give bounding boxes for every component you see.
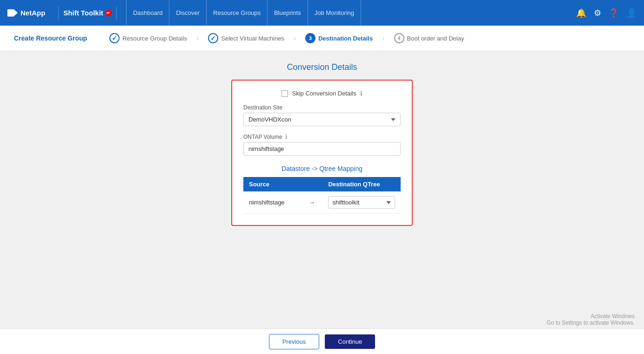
form-container: Skip Conversion Details ℹ Destination Si… — [231, 80, 413, 226]
step-sep-3: › — [382, 34, 384, 42]
bell-icon[interactable]: 🔔 — [576, 8, 586, 18]
step-circle-1: ✓ — [109, 33, 120, 43]
nav-links: Dashboard Discover Resource Groups Bluep… — [126, 0, 361, 26]
step-label-1: Resource Group Details — [122, 35, 187, 42]
skip-checkbox[interactable] — [282, 90, 288, 97]
step-label-3: Destination Details — [318, 35, 373, 42]
skip-row: Skip Conversion Details ℹ — [243, 90, 401, 97]
skip-label: Skip Conversion Details — [292, 90, 356, 97]
main-content: Conversion Details Skip Conversion Detai… — [0, 51, 644, 328]
ontap-volume-group: ONTAP Volume ℹ — [243, 134, 401, 156]
step-sep-1: › — [196, 34, 199, 42]
step-sep-2: › — [294, 34, 296, 42]
wizard-step-destination-details[interactable]: 3 Destination Details — [297, 33, 381, 43]
ontap-volume-label: ONTAP Volume ℹ — [243, 134, 401, 140]
section-title: Conversion Details — [287, 61, 357, 72]
wizard-step-resource-group-details[interactable]: ✓ Resource Group Details — [101, 33, 195, 43]
step-circle-4: 4 — [394, 33, 404, 43]
help-icon[interactable]: ❓ — [609, 8, 619, 18]
destination-site-label: Destination Site — [243, 104, 401, 111]
mapping-title: Datastore -> Qtree Mapping — [243, 165, 401, 172]
footer-bar: Previous Continue — [0, 328, 644, 354]
arrow-cell: → — [302, 191, 323, 214]
top-navigation: NetApp Shift Toolkit ✂ Dashboard Discove… — [0, 0, 644, 26]
wizard-create-label: Create Resource Group — [14, 34, 87, 42]
step-circle-3: 3 — [305, 33, 315, 43]
wizard-step-select-vms[interactable]: ✓ Select Virtual Machines — [200, 33, 293, 43]
netapp-logo: NetApp — [7, 9, 45, 17]
netapp-logo-icon — [7, 9, 18, 17]
previous-button[interactable]: Previous — [269, 334, 320, 349]
table-row: nimshiftstage → shifttoolkit — [243, 191, 401, 214]
destination-site-group: Destination Site DemoVHDXcon — [243, 104, 401, 126]
info-icon-skip[interactable]: ℹ — [360, 90, 362, 97]
shift-toolkit-badge: ✂ — [104, 9, 112, 16]
qtree-select[interactable]: shifttoolkit — [328, 196, 395, 209]
wizard-bar: Create Resource Group ✓ Resource Group D… — [0, 26, 644, 51]
continue-button[interactable]: Continue — [325, 334, 375, 349]
nav-divider-1 — [58, 7, 59, 20]
table-header-source: Source — [243, 177, 302, 191]
nav-divider-2 — [116, 7, 117, 20]
netapp-logo-text: NetApp — [20, 9, 45, 17]
shift-toolkit-text: Shift Toolkit — [63, 9, 103, 17]
nav-job-monitoring[interactable]: Job Monitoring — [308, 0, 361, 26]
nav-resource-groups[interactable]: Resource Groups — [207, 0, 268, 26]
wizard-steps: ✓ Resource Group Details › ✓ Select Virt… — [101, 33, 472, 43]
mapping-table: Source Destination QTree nimshiftstage → — [243, 177, 401, 214]
wizard-step-boot-order[interactable]: 4 Boot order and Delay — [386, 33, 473, 43]
step-circle-2: ✓ — [208, 33, 218, 43]
step-label-2: Select Virtual Machines — [221, 35, 284, 42]
nav-discover[interactable]: Discover — [169, 0, 207, 26]
ontap-volume-input[interactable] — [243, 142, 401, 156]
destination-site-select[interactable]: DemoVHDXcon — [243, 113, 401, 126]
user-icon[interactable]: 👤 — [626, 8, 637, 18]
nav-blueprints[interactable]: Blueprints — [268, 0, 308, 26]
step-label-4: Boot order and Delay — [407, 35, 464, 42]
shift-toolkit-label: Shift Toolkit ✂ — [63, 9, 112, 17]
table-header-destination-qtree: Destination QTree — [322, 177, 401, 191]
gear-icon[interactable]: ⚙ — [594, 8, 601, 18]
destination-cell: shifttoolkit — [322, 191, 401, 214]
info-icon-ontap[interactable]: ℹ — [285, 134, 288, 140]
source-cell: nimshiftstage — [243, 191, 302, 214]
nav-dashboard[interactable]: Dashboard — [126, 0, 170, 26]
table-header-destination — [302, 177, 323, 191]
nav-right-icons: 🔔 ⚙ ❓ 👤 — [576, 8, 637, 18]
